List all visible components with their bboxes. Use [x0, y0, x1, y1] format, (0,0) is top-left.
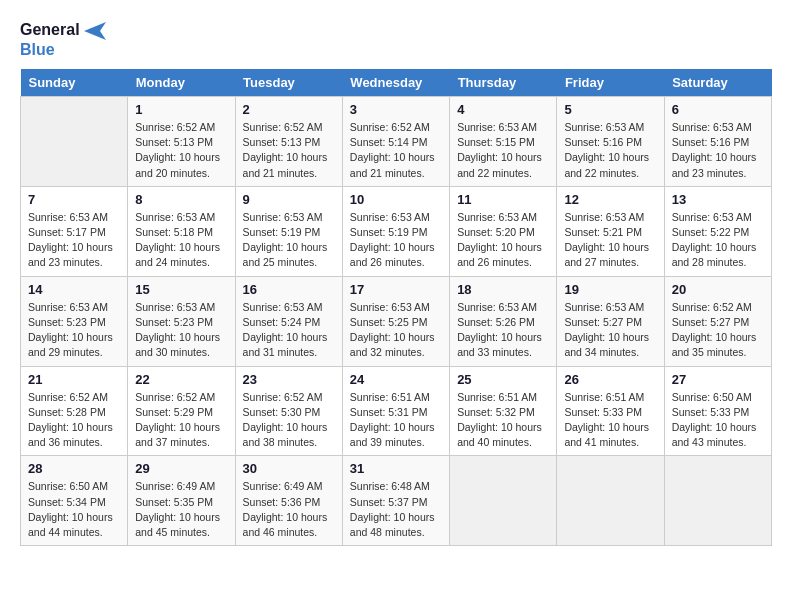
calendar-week-row: 1Sunrise: 6:52 AMSunset: 5:13 PMDaylight… [21, 96, 772, 186]
day-number: 31 [350, 461, 442, 476]
weekday-header-saturday: Saturday [664, 69, 771, 97]
calendar-week-row: 28Sunrise: 6:50 AMSunset: 5:34 PMDayligh… [21, 456, 772, 546]
calendar-cell: 23Sunrise: 6:52 AMSunset: 5:30 PMDayligh… [235, 366, 342, 456]
day-number: 2 [243, 102, 335, 117]
calendar-cell: 3Sunrise: 6:52 AMSunset: 5:14 PMDaylight… [342, 96, 449, 186]
day-info: Sunrise: 6:52 AMSunset: 5:13 PMDaylight:… [135, 120, 227, 181]
calendar-cell: 25Sunrise: 6:51 AMSunset: 5:32 PMDayligh… [450, 366, 557, 456]
day-info: Sunrise: 6:53 AMSunset: 5:25 PMDaylight:… [350, 300, 442, 361]
day-info: Sunrise: 6:53 AMSunset: 5:19 PMDaylight:… [350, 210, 442, 271]
weekday-header-wednesday: Wednesday [342, 69, 449, 97]
calendar-cell: 31Sunrise: 6:48 AMSunset: 5:37 PMDayligh… [342, 456, 449, 546]
calendar-cell: 17Sunrise: 6:53 AMSunset: 5:25 PMDayligh… [342, 276, 449, 366]
day-info: Sunrise: 6:52 AMSunset: 5:28 PMDaylight:… [28, 390, 120, 451]
calendar-cell: 12Sunrise: 6:53 AMSunset: 5:21 PMDayligh… [557, 186, 664, 276]
page-header: General Blue [20, 20, 772, 59]
calendar-cell [664, 456, 771, 546]
day-info: Sunrise: 6:51 AMSunset: 5:32 PMDaylight:… [457, 390, 549, 451]
logo-text: General Blue [20, 20, 106, 59]
day-number: 18 [457, 282, 549, 297]
weekday-header-tuesday: Tuesday [235, 69, 342, 97]
day-number: 24 [350, 372, 442, 387]
day-info: Sunrise: 6:52 AMSunset: 5:13 PMDaylight:… [243, 120, 335, 181]
day-number: 13 [672, 192, 764, 207]
day-number: 26 [564, 372, 656, 387]
calendar-cell: 2Sunrise: 6:52 AMSunset: 5:13 PMDaylight… [235, 96, 342, 186]
svg-marker-0 [84, 22, 106, 40]
calendar-cell: 4Sunrise: 6:53 AMSunset: 5:15 PMDaylight… [450, 96, 557, 186]
calendar-cell: 21Sunrise: 6:52 AMSunset: 5:28 PMDayligh… [21, 366, 128, 456]
day-info: Sunrise: 6:52 AMSunset: 5:14 PMDaylight:… [350, 120, 442, 181]
calendar-cell: 11Sunrise: 6:53 AMSunset: 5:20 PMDayligh… [450, 186, 557, 276]
day-number: 14 [28, 282, 120, 297]
weekday-header-monday: Monday [128, 69, 235, 97]
day-number: 9 [243, 192, 335, 207]
day-number: 25 [457, 372, 549, 387]
day-info: Sunrise: 6:53 AMSunset: 5:20 PMDaylight:… [457, 210, 549, 271]
weekday-header-sunday: Sunday [21, 69, 128, 97]
day-number: 8 [135, 192, 227, 207]
day-number: 29 [135, 461, 227, 476]
calendar-cell: 24Sunrise: 6:51 AMSunset: 5:31 PMDayligh… [342, 366, 449, 456]
logo: General Blue [20, 20, 106, 59]
day-info: Sunrise: 6:48 AMSunset: 5:37 PMDaylight:… [350, 479, 442, 540]
day-number: 27 [672, 372, 764, 387]
day-info: Sunrise: 6:52 AMSunset: 5:27 PMDaylight:… [672, 300, 764, 361]
day-info: Sunrise: 6:53 AMSunset: 5:15 PMDaylight:… [457, 120, 549, 181]
day-number: 21 [28, 372, 120, 387]
calendar-cell: 7Sunrise: 6:53 AMSunset: 5:17 PMDaylight… [21, 186, 128, 276]
calendar-cell [450, 456, 557, 546]
day-number: 3 [350, 102, 442, 117]
day-info: Sunrise: 6:53 AMSunset: 5:21 PMDaylight:… [564, 210, 656, 271]
calendar-cell: 20Sunrise: 6:52 AMSunset: 5:27 PMDayligh… [664, 276, 771, 366]
day-info: Sunrise: 6:53 AMSunset: 5:19 PMDaylight:… [243, 210, 335, 271]
calendar-cell: 8Sunrise: 6:53 AMSunset: 5:18 PMDaylight… [128, 186, 235, 276]
calendar-cell: 10Sunrise: 6:53 AMSunset: 5:19 PMDayligh… [342, 186, 449, 276]
day-number: 5 [564, 102, 656, 117]
calendar-cell: 5Sunrise: 6:53 AMSunset: 5:16 PMDaylight… [557, 96, 664, 186]
calendar-cell: 15Sunrise: 6:53 AMSunset: 5:23 PMDayligh… [128, 276, 235, 366]
calendar-cell: 1Sunrise: 6:52 AMSunset: 5:13 PMDaylight… [128, 96, 235, 186]
weekday-header-row: SundayMondayTuesdayWednesdayThursdayFrid… [21, 69, 772, 97]
day-number: 19 [564, 282, 656, 297]
day-number: 1 [135, 102, 227, 117]
day-info: Sunrise: 6:53 AMSunset: 5:27 PMDaylight:… [564, 300, 656, 361]
day-number: 22 [135, 372, 227, 387]
day-info: Sunrise: 6:53 AMSunset: 5:23 PMDaylight:… [135, 300, 227, 361]
day-number: 17 [350, 282, 442, 297]
calendar-cell [21, 96, 128, 186]
day-number: 6 [672, 102, 764, 117]
day-number: 15 [135, 282, 227, 297]
calendar-cell [557, 456, 664, 546]
day-info: Sunrise: 6:49 AMSunset: 5:35 PMDaylight:… [135, 479, 227, 540]
calendar-cell: 28Sunrise: 6:50 AMSunset: 5:34 PMDayligh… [21, 456, 128, 546]
day-number: 16 [243, 282, 335, 297]
calendar-cell: 6Sunrise: 6:53 AMSunset: 5:16 PMDaylight… [664, 96, 771, 186]
day-info: Sunrise: 6:51 AMSunset: 5:33 PMDaylight:… [564, 390, 656, 451]
day-number: 10 [350, 192, 442, 207]
day-info: Sunrise: 6:49 AMSunset: 5:36 PMDaylight:… [243, 479, 335, 540]
weekday-header-thursday: Thursday [450, 69, 557, 97]
day-number: 20 [672, 282, 764, 297]
calendar-cell: 14Sunrise: 6:53 AMSunset: 5:23 PMDayligh… [21, 276, 128, 366]
day-info: Sunrise: 6:53 AMSunset: 5:24 PMDaylight:… [243, 300, 335, 361]
calendar-cell: 9Sunrise: 6:53 AMSunset: 5:19 PMDaylight… [235, 186, 342, 276]
calendar-week-row: 21Sunrise: 6:52 AMSunset: 5:28 PMDayligh… [21, 366, 772, 456]
calendar-cell: 26Sunrise: 6:51 AMSunset: 5:33 PMDayligh… [557, 366, 664, 456]
calendar-cell: 29Sunrise: 6:49 AMSunset: 5:35 PMDayligh… [128, 456, 235, 546]
day-info: Sunrise: 6:53 AMSunset: 5:17 PMDaylight:… [28, 210, 120, 271]
day-number: 12 [564, 192, 656, 207]
calendar-cell: 13Sunrise: 6:53 AMSunset: 5:22 PMDayligh… [664, 186, 771, 276]
calendar-cell: 27Sunrise: 6:50 AMSunset: 5:33 PMDayligh… [664, 366, 771, 456]
day-number: 23 [243, 372, 335, 387]
day-number: 11 [457, 192, 549, 207]
day-info: Sunrise: 6:53 AMSunset: 5:16 PMDaylight:… [564, 120, 656, 181]
day-number: 4 [457, 102, 549, 117]
day-info: Sunrise: 6:53 AMSunset: 5:26 PMDaylight:… [457, 300, 549, 361]
day-info: Sunrise: 6:53 AMSunset: 5:18 PMDaylight:… [135, 210, 227, 271]
calendar-week-row: 14Sunrise: 6:53 AMSunset: 5:23 PMDayligh… [21, 276, 772, 366]
day-number: 7 [28, 192, 120, 207]
day-info: Sunrise: 6:53 AMSunset: 5:22 PMDaylight:… [672, 210, 764, 271]
day-number: 30 [243, 461, 335, 476]
day-info: Sunrise: 6:50 AMSunset: 5:34 PMDaylight:… [28, 479, 120, 540]
